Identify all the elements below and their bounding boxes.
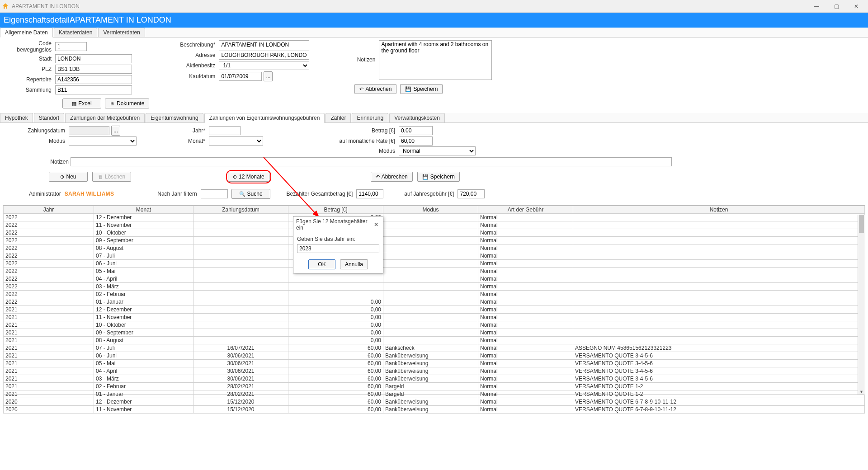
top-tab-2[interactable]: Vermieterdaten [98,28,145,37]
paid-total-input[interactable] [356,189,383,198]
filter-year-input[interactable] [201,189,228,198]
table-row[interactable]: 202107 - Juli16/07/202160,00BankscheckNo… [4,344,865,352]
scroll-thumb[interactable] [859,215,864,233]
table-row[interactable]: 202211 - November0,00Normal [4,221,865,229]
delete-button[interactable]: 🗑Löschen [92,172,131,182]
col-header-0[interactable]: Jahr [4,206,94,214]
code-input[interactable] [55,42,87,51]
payment-cancel-button[interactable]: ↶Abbrechen [371,172,413,182]
sub-tab-5[interactable]: Zähler [326,113,351,122]
table-cell [193,275,288,283]
table-row[interactable]: 202108 - August0,00Normal [4,337,865,344]
table-row[interactable]: 202206 - JuniNormal [4,260,865,268]
table-row[interactable]: 202102 - Februar28/02/202160,00BargeldNo… [4,383,865,390]
payment-save-button[interactable]: 💾Speichern [417,172,460,182]
top-tab-1[interactable]: Katasterdaten [54,28,98,37]
dialog-close-button[interactable]: ✕ [373,221,380,228]
table-row[interactable]: 202105 - Mai30/06/202160,00Banküberweisu… [4,360,865,367]
sub-tab-6[interactable]: Erinnerung [352,113,388,122]
table-row[interactable]: 202204 - AprilNormal [4,275,865,283]
amount-input[interactable] [399,126,433,135]
top-tab-0[interactable]: Allgemeine Daten [0,28,53,38]
table-row[interactable]: 202205 - MaiNormal [4,268,865,275]
table-cell: Normal [478,252,573,260]
excel-button[interactable]: ▦Excel [62,99,101,108]
table-cell: 2022 [4,229,94,237]
payment-notes-input[interactable] [71,157,672,166]
paydate-input[interactable] [69,126,109,135]
table-row[interactable]: 202202 - FebruarNormal [4,291,865,298]
close-button[interactable]: ✕ [846,0,866,13]
scroll-down-icon[interactable]: ▼ [858,388,865,395]
new-button[interactable]: ⊕Neu [49,172,88,182]
mode-select[interactable] [69,136,137,146]
share-select[interactable]: 1/1 [219,61,309,70]
table-row[interactable]: 202111 - November0,00Normal [4,314,865,321]
repertoire-input[interactable] [55,75,132,84]
sub-tab-4[interactable]: Zahlungen von Eigentumswohnungsgebühren [204,113,325,123]
search-button[interactable]: 🔍Suche [231,189,270,199]
year-input[interactable] [209,126,241,135]
table-row[interactable]: 202106 - Juni30/06/202160,00Banküberweis… [4,352,865,360]
dialog-ok-button[interactable]: OK [308,259,335,269]
date-picker-button[interactable]: ... [264,71,273,81]
col-header-1[interactable]: Monat [94,206,193,214]
mode2-select[interactable]: Normal [399,146,476,155]
paydate-picker-button[interactable]: ... [111,126,120,136]
table-cell: 2020 [4,406,94,414]
cancel-button[interactable]: ↶Abbrechen [354,84,396,94]
table-row[interactable]: 202208 - August0,00Normal [4,244,865,252]
table-row[interactable]: 202103 - März30/06/202160,00Banküberweis… [4,375,865,383]
dialog-year-input[interactable] [297,244,379,253]
sub-tab-2[interactable]: Zahlungen der Mietgebühren [65,113,145,122]
sub-tab-7[interactable]: Verwaltungskosten [389,113,445,122]
table-row[interactable]: 202110 - Oktober0,00Normal [4,321,865,329]
maximize-button[interactable]: ▢ [826,0,846,13]
dialog-cancel-button[interactable]: Annulla [340,259,368,269]
sub-tab-3[interactable]: Eigentumswohnung [146,113,203,122]
table-row[interactable]: 202101 - Januar28/02/202160,00BargeldNor… [4,390,865,398]
table-cell [573,252,865,260]
col-header-6[interactable]: Notizen [573,206,865,214]
table-row[interactable]: 202203 - MärzNormal [4,283,865,291]
address-input[interactable] [219,51,309,60]
monthly-rate-input[interactable] [399,136,433,146]
table-row[interactable]: 202212 - Dezember0,00Normal [4,214,865,221]
collection-input[interactable] [55,85,132,94]
table-row[interactable]: 202112 - Dezember0,00Normal [4,306,865,314]
col-header-3[interactable]: Betrag [€] [288,206,383,214]
payments-table[interactable]: JahrMonatZahlungsdatumBetrag [€]ModusArt… [3,206,865,414]
city-input[interactable] [55,54,132,63]
month-select[interactable] [209,136,263,146]
description-input[interactable] [219,40,309,49]
purchase-date-input[interactable] [219,72,262,81]
table-row[interactable]: 202201 - Januar0,00Normal [4,298,865,306]
plz-input[interactable] [55,65,132,74]
table-cell: 0,00 [288,298,383,306]
documents-button[interactable]: 🗎Dokumente [105,99,149,108]
sub-tab-1[interactable]: Standort [34,113,64,122]
notes-textarea[interactable]: Apartment with 4 rooms and 2 bathrooms o… [379,40,492,80]
table-row[interactable]: 202012 - Dezember15/12/202060,00Banküber… [4,398,865,406]
save-button[interactable]: 💾Speichern [400,84,443,94]
col-header-2[interactable]: Zahlungsdatum [193,206,288,214]
col-header-4[interactable]: Modus [383,206,478,214]
table-row[interactable]: 202104 - April30/06/202160,00Banküberwei… [4,367,865,375]
minimize-button[interactable]: — [807,0,826,13]
twelve-months-button[interactable]: ⊕12 Monate [228,172,269,182]
table-cell: Normal [478,237,573,244]
table-cell [383,329,478,337]
col-header-5[interactable]: Art der Gebühr [478,206,573,214]
table-cell: VERSAMENTO QUOTE 1-2 [573,390,865,398]
label-notes: Notizen [327,56,377,63]
table-scrollbar[interactable]: ▲ ▼ [858,215,865,395]
table-row[interactable]: 202109 - September0,00Normal [4,329,865,337]
table-row[interactable]: 202011 - November15/12/202060,00Banküber… [4,406,865,414]
table-cell: 60,00 [288,367,383,375]
table-row[interactable]: 202210 - Oktober0,00Normal [4,229,865,237]
table-row[interactable]: 202207 - JuliNormal [4,252,865,260]
table-row[interactable]: 202209 - September0,00Normal [4,237,865,244]
annual-fee-input[interactable] [458,189,485,198]
save-icon: 💾 [422,174,429,180]
sub-tab-0[interactable]: Hypothek [0,113,33,122]
